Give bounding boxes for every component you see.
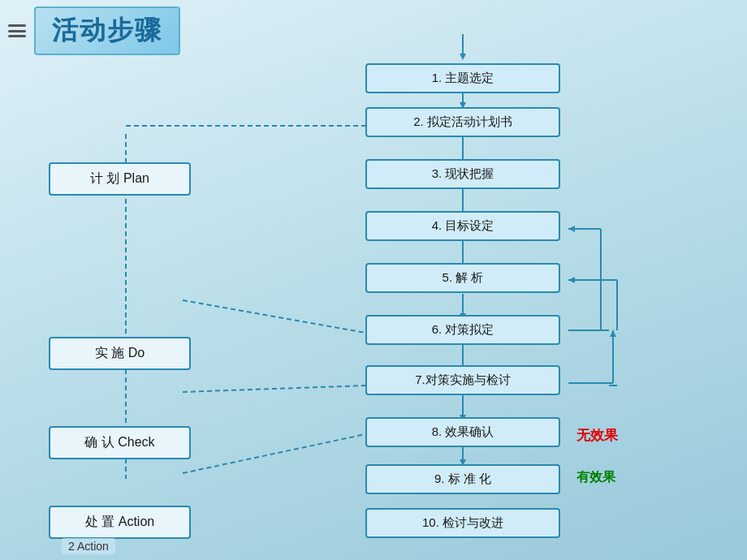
svg-marker-31 [568,277,575,283]
phase-check: 确 认 Check [49,426,191,459]
step-3: 3. 现状把握 [365,159,560,189]
step-5: 5. 解 析 [365,263,560,293]
svg-line-3 [183,386,365,392]
no-effect-annotation: 无效果 [576,426,618,445]
header-area: 活动步骤 [8,6,180,55]
step-1: 1. 主题选定 [365,63,560,93]
menu-icon [8,24,26,37]
phase-plan: 计 划 Plan [49,162,191,196]
svg-marker-26 [568,226,575,232]
step-7: 7.对策实施与检讨 [365,365,560,395]
svg-marker-34 [610,330,616,337]
bottom-action-label: 2 Action [62,539,115,554]
step-6: 6. 对策拟定 [365,315,560,345]
title-box: 活动步骤 [34,6,180,55]
svg-marker-6 [460,54,466,60]
svg-line-2 [183,300,365,333]
step-8: 8. 效果确认 [365,417,560,447]
page-container: 活动步骤 [0,0,747,560]
phase-do: 实 施 Do [49,337,191,370]
has-effect-annotation: 有效果 [576,469,615,486]
step-2: 2. 拟定活动计划书 [365,107,560,137]
step-9: 9. 标 准 化 [365,464,560,494]
svg-line-4 [183,434,365,473]
page-title: 活动步骤 [52,15,162,45]
step-4: 4. 目标设定 [365,211,560,241]
phase-action: 处 置 Action [49,506,191,539]
step-10: 10. 检讨与改进 [365,508,560,538]
